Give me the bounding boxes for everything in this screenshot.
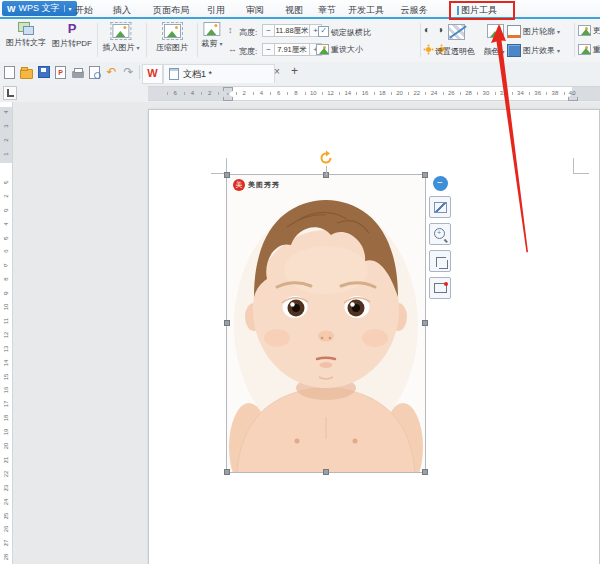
v-ruler-number: 1 [3,175,9,189]
v-ruler-number: 27 [3,536,9,550]
change-picture-button[interactable]: 更改图片 [578,25,600,36]
set-transparent-color-icon[interactable] [448,24,465,40]
h-ruler-number: 12 [325,90,337,96]
crop-button[interactable]: 裁剪 ▾ [201,22,222,49]
increase-brightness-button[interactable] [426,47,431,52]
v-ruler-tick [4,239,7,240]
tab-stop-selector[interactable] [3,86,17,100]
width-value-field[interactable]: 7.91厘米 [275,43,309,56]
menu-tab-2[interactable]: 插入 [113,4,131,17]
h-ruler-number: 18 [376,90,388,96]
print-preview-icon [89,66,100,79]
v-ruler-tick [4,294,7,295]
width-icon: ↔ [228,44,237,54]
menu-tab-7[interactable]: 章节 [318,4,336,17]
h-ruler-tick [184,92,185,95]
v-ruler-tick [4,350,7,351]
resize-handle-middle-right[interactable] [422,320,428,326]
menu-tab-5[interactable]: 审阅 [246,4,264,17]
color-button[interactable]: 颜色 ▾ [483,46,504,57]
menu-tab-9[interactable]: 云服务 [401,4,428,17]
redo-icon: ↷ [123,66,133,78]
height-value-field[interactable]: 11.88厘米 [275,24,309,37]
reset-size-button[interactable]: 重设大小 [316,44,363,55]
lock-aspect-ratio-checkbox[interactable]: ✓ [318,26,329,37]
print-preview-button[interactable] [88,65,101,79]
height-decrease-button[interactable]: − [262,24,275,37]
compress-picture-icon [162,22,183,40]
height-label: 高度: [239,27,257,38]
resize-handle-top-right[interactable] [422,172,428,178]
print-icon [72,71,84,78]
edit-picture-button[interactable] [429,277,451,299]
save-button[interactable] [37,65,50,79]
v-ruler-number: 9 [3,286,9,300]
pic-to-text-button[interactable]: 图片转文字 [6,22,46,48]
lock-aspect-ratio-label: 锁定纵横比 [331,27,371,38]
crop-tool-button[interactable] [429,250,451,272]
set-transparent-color-button[interactable]: 设置透明色 [435,46,475,57]
selected-picture[interactable]: 美 美图秀秀 [227,175,425,472]
insert-picture-button[interactable]: 插入图片 ▾ [102,22,139,53]
v-ruler-number: 11 [3,314,9,328]
h-ruler-tick [374,92,375,95]
width-spinner: − 7.91厘米 + [262,43,322,56]
v-ruler-number: 3 [3,203,9,217]
width-decrease-button[interactable]: − [262,43,275,56]
close-tab-button[interactable]: × [274,66,280,77]
h-ruler-number: 38 [549,90,561,96]
v-ruler-number: 1 [3,147,9,161]
new-tab-button[interactable]: + [291,64,298,78]
new-document-button[interactable] [3,65,16,79]
export-pdf-button[interactable]: P [54,65,67,79]
save-icon [38,66,50,78]
h-ruler-tick [495,92,496,95]
horizontal-ruler: 642246810121416182022242628303234363840 [148,86,600,101]
v-ruler-number: 5 [3,231,9,245]
decrease-contrast-button[interactable]: ◑ [437,24,443,36]
tab-picture-tools[interactable]: 图片工具 [457,4,497,17]
rotate-handle-icon[interactable] [318,150,334,166]
resize-handle-top-left[interactable] [224,172,230,178]
undo-button[interactable]: ↶ [105,65,118,79]
h-ruler-number: 28 [463,90,475,96]
picture-outline-button[interactable]: 图片轮廓 ▾ [507,25,560,38]
crop-icon [204,22,221,36]
open-folder-icon [20,69,33,79]
redo-button[interactable]: ↷ [122,65,135,79]
pic-to-pdf-button[interactable]: P 图片转PDF [52,22,92,49]
open-file-button[interactable] [20,65,33,79]
menu-tab-6[interactable]: 视图 [285,4,303,17]
resize-handle-bottom-right[interactable] [422,469,428,475]
menu-tab-1[interactable]: 开始 [75,4,93,17]
increase-contrast-button[interactable]: ◐ [424,24,430,36]
color-icon[interactable] [487,24,504,38]
wps-app-button[interactable]: W WPS 文字 ▾ [2,1,77,16]
reset-picture-button[interactable]: 重设图片 [578,44,600,55]
zoom-in-button[interactable]: + [429,223,451,245]
compress-picture-button[interactable]: 压缩图片 [156,22,188,53]
document-tab[interactable]: 文档1 * [163,64,275,83]
collapse-toolbar-button[interactable]: − [433,176,448,191]
menu-tab-8[interactable]: 开发工具 [348,4,384,17]
print-button[interactable] [71,65,84,79]
h-ruler-tick [425,92,426,95]
h-ruler-tick [305,92,306,95]
h-ruler-tick [253,92,254,95]
chevron-down-icon[interactable]: ▾ [64,5,72,12]
document-icon [169,68,179,80]
v-ruler-number: 23 [3,481,9,495]
insert-picture-icon [111,22,132,40]
h-ruler-tick [391,92,392,95]
resize-handle-bottom-left[interactable] [224,469,230,475]
resize-handle-middle-left[interactable] [224,320,230,326]
v-ruler-number: 26 [3,522,9,536]
picture-effects-button[interactable]: 图片效果 ▾ [507,44,560,57]
menu-tab-4[interactable]: 引用 [207,4,225,17]
resize-handle-bottom-center[interactable] [323,469,329,475]
wps-home-button[interactable]: W [142,64,163,84]
menu-tab-3[interactable]: 页面布局 [153,4,189,17]
v-ruler-tick [4,211,7,212]
pic-to-text-icon [18,22,34,35]
layout-options-button[interactable] [429,196,451,218]
